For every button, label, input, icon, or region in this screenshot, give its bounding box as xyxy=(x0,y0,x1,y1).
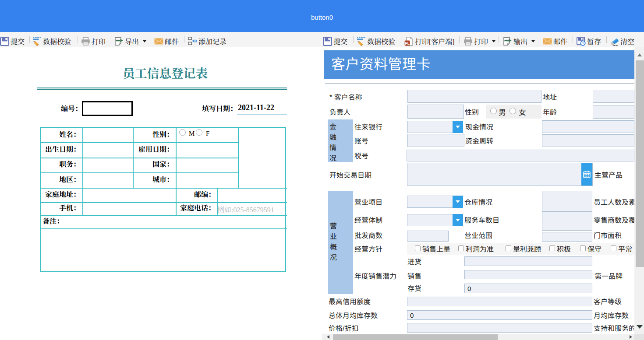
svg-text:FL: FL xyxy=(405,41,410,45)
